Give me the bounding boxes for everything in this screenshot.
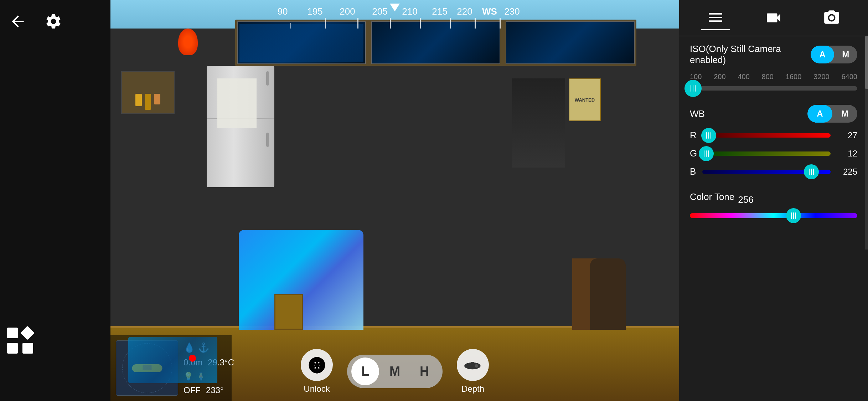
iso-section: ISO(Only Still Camera enabled) A M 100 2… [690, 43, 857, 91]
wb-r-row: R 27 [690, 130, 857, 141]
wb-header-row: WB A M [690, 105, 857, 123]
iso-label: ISO(Only Still Camera enabled) [690, 43, 811, 66]
right-panel: ISO(Only Still Camera enabled) A M 100 2… [679, 0, 868, 401]
compass-label-195: 195 [307, 6, 322, 17]
thumb-line [706, 132, 707, 139]
bottom-center-controls: Unlock L M H Depth [301, 349, 489, 394]
iso-slider-thumb[interactable] [684, 80, 702, 97]
light-heading-values: OFF 233° [184, 385, 234, 395]
iso-scale-labels: 100 200 400 800 1600 3200 6400 [690, 73, 857, 81]
wb-b-label: B [690, 166, 697, 177]
iso-3200: 3200 [813, 73, 830, 81]
right-scrollbar[interactable] [865, 36, 868, 250]
thumb-line [809, 169, 810, 175]
red-lantern [178, 29, 198, 55]
wb-label: WB [690, 108, 705, 119]
wb-g-track[interactable] [702, 151, 831, 156]
wb-section: WB A M R 27 [690, 105, 857, 177]
compass-label-210: 210 [402, 6, 417, 17]
speed-btn-H[interactable]: H [410, 358, 438, 385]
wb-g-thumb[interactable] [699, 146, 714, 161]
settings-button[interactable] [43, 11, 64, 32]
tab-settings[interactable] [701, 5, 730, 30]
wb-auto-btn[interactable]: A [807, 105, 832, 123]
tab-video[interactable] [759, 5, 788, 30]
thumb-line [693, 85, 693, 92]
color-tone-label: Color Tone [690, 191, 734, 202]
grid-square-1 [7, 328, 18, 338]
compass-tick [475, 18, 476, 29]
wb-am-toggle[interactable]: A M [807, 105, 857, 123]
color-tone-section: Color Tone 256 [690, 191, 857, 218]
iso-auto-btn[interactable]: A [811, 46, 834, 63]
compass-tick [500, 18, 501, 29]
person-silhouette [590, 258, 626, 330]
unlock-circle[interactable] [301, 349, 333, 381]
compass-label-200: 200 [340, 6, 355, 17]
compass-label-220: 220 [457, 6, 472, 17]
iso-1600: 1600 [786, 73, 802, 81]
scene-background: WANTED [110, 0, 679, 401]
layout-icon[interactable] [7, 326, 36, 355]
wooden-crate [274, 294, 303, 330]
thumb-line [695, 85, 696, 92]
color-tone-value: 256 [738, 194, 753, 205]
thumb-line [793, 212, 794, 219]
wb-r-label: R [690, 130, 697, 141]
compass-tick [357, 18, 358, 29]
compass-tick [450, 18, 451, 29]
tab-camera[interactable] [817, 5, 846, 30]
compass-tick [325, 18, 326, 29]
staircase-area [512, 78, 565, 168]
compass-tick [390, 18, 391, 29]
wb-b-value: 225 [836, 167, 857, 177]
wb-g-row: G 12 [690, 148, 857, 159]
wb-g-label: G [690, 148, 697, 159]
compass-tick [420, 18, 421, 29]
wb-manual-btn[interactable]: M [832, 105, 857, 123]
right-panel-content: ISO(Only Still Camera enabled) A M 100 2… [679, 36, 868, 401]
color-tone-track[interactable] [690, 213, 857, 218]
wb-b-track[interactable] [702, 170, 831, 174]
color-tone-thumb[interactable] [786, 208, 801, 223]
thumb-line [704, 150, 704, 157]
heading-value: 233° [206, 385, 224, 395]
iso-slider-track[interactable] [690, 86, 857, 91]
depth-circle[interactable] [457, 349, 489, 381]
grid-diamond-1 [20, 326, 35, 340]
wb-b-thumb[interactable] [804, 164, 819, 179]
wb-r-thumb[interactable] [701, 128, 716, 143]
compass-arrow [390, 4, 400, 11]
iso-header-row: ISO(Only Still Camera enabled) A M [690, 43, 857, 66]
back-button[interactable] [7, 11, 29, 32]
thumb-line [711, 132, 711, 139]
thumb-line [691, 85, 691, 92]
speed-btn-M[interactable]: M [381, 358, 409, 385]
iso-am-toggle[interactable]: A M [811, 46, 857, 63]
iso-6400: 6400 [841, 73, 857, 81]
grid-square-2 [7, 343, 18, 354]
unlock-control[interactable]: Unlock [301, 349, 333, 394]
speed-btn-L[interactable]: L [351, 358, 379, 385]
wb-r-track[interactable] [702, 133, 831, 138]
thumb-line [795, 212, 796, 219]
compass-label-90: 90 [278, 6, 288, 17]
thumb-line [813, 169, 814, 175]
compass-label-ws: WS [482, 6, 497, 17]
compass-label-205: 205 [372, 6, 387, 17]
unlock-icon [307, 355, 327, 375]
wb-r-value: 27 [836, 130, 857, 140]
thumb-line [706, 150, 707, 157]
iso-manual-btn[interactable]: M [834, 46, 857, 63]
compass-bar: 90 195 200 205 210 215 220 WS 230 [110, 4, 679, 29]
wb-g-value: 12 [836, 149, 857, 159]
thumb-line [791, 212, 792, 219]
right-scrollbar-thumb[interactable] [865, 36, 868, 89]
depth-label: Depth [461, 384, 484, 394]
speed-selector[interactable]: L M H [347, 355, 443, 388]
map-marker [189, 355, 196, 362]
iso-400: 400 [738, 73, 749, 81]
right-panel-tabs [679, 0, 868, 36]
color-tone-header: Color Tone 256 [690, 191, 857, 208]
depth-control[interactable]: Depth [457, 349, 489, 394]
